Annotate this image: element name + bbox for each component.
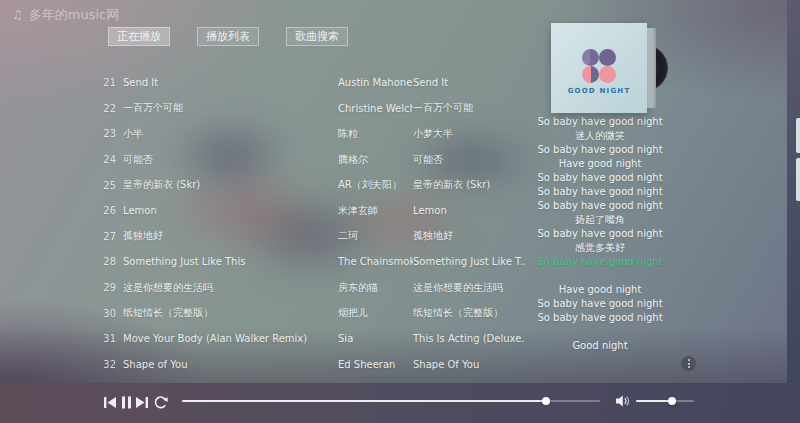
volume-fill [636,400,672,402]
track-title: 孤独地好 [123,229,338,243]
track-artist: 陈粒 [338,127,413,141]
previous-icon [104,396,116,409]
site-title: 多年的music网 [29,6,119,24]
track-album: 一百万个可能 [413,101,525,115]
nav-tabs: 正在播放播放列表歌曲搜索 [108,27,348,46]
lyric-line: So baby have good night [500,115,700,129]
lyric-line: 迷人的微笑 [500,129,700,143]
progress-handle[interactable] [542,397,550,405]
player-bar [0,383,800,423]
lyric-line: Have good night [500,283,700,297]
more-button[interactable] [681,356,696,371]
pause-button[interactable] [121,396,132,409]
track-title: Send It [123,77,338,88]
lyric-line: So baby have good night [500,171,700,185]
progress-slider[interactable] [182,400,600,402]
playlist-row[interactable]: 28 Something Just Like This The Chainsmo… [0,249,525,275]
track-artist: The Chainsmokers [338,256,413,267]
track-title: Shape of You [123,359,338,370]
repeat-button[interactable] [153,395,168,411]
track-title: 这是你想要的生活吗 [123,281,338,295]
nav-tab[interactable]: 播放列表 [197,27,259,46]
lyric-line: Good night [500,339,700,353]
lyric-line: 扬起了嘴角 [500,213,700,227]
previous-button[interactable] [104,396,116,409]
track-artist: Ed Sheeran [338,359,413,370]
track-artist: Austin Mahone [338,77,413,88]
track-artist: Sia [338,333,413,344]
playlist-row[interactable]: 25 皇帝的新衣 (Skr) AR（刘夫阳） 皇帝的新衣 (Skr) [0,172,525,198]
track-number: 28 [0,256,116,267]
next-button[interactable] [136,396,148,409]
volume-handle[interactable] [668,397,676,405]
track-number: 27 [0,231,116,242]
track-artist: 二珂 [338,229,413,243]
track-number: 25 [0,180,116,191]
playlist-row[interactable]: 30 纸短情长（完整版） 烟把儿 纸短情长（完整版） [0,300,525,326]
track-title: Something Just Like This [123,256,338,267]
playlist: 21 Send It Austin Mahone Send It 22 一百万个… [0,70,525,377]
track-number: 24 [0,154,116,165]
album-cover: GOOD NIGHT [551,23,647,113]
track-title: 皇帝的新衣 (Skr) [123,178,338,192]
track-title: 纸短情长（完整版） [123,306,338,320]
cover-title: GOOD NIGHT [551,87,647,95]
volume-icon [615,394,630,408]
track-number: 23 [0,128,116,139]
lyric-line: So baby have good night [500,227,700,241]
track-artist: 烟把儿 [338,306,413,320]
track-title: 可能否 [123,153,338,167]
nav-tab[interactable]: 正在播放 [108,27,170,46]
lyric-line [500,269,700,283]
repeat-icon [153,395,168,411]
next-icon [136,396,148,409]
lyric-line: So baby have good night [500,199,700,213]
side-dock-button-top[interactable] [796,118,800,153]
track-number: 29 [0,282,116,293]
lyric-line: Have good night [500,157,700,171]
site-logo[interactable]: ♫ 多年的music网 [12,6,119,24]
cover-circle-pink-purple [582,66,599,83]
playlist-row[interactable]: 31 Move Your Body (Alan Walker Remix) Si… [0,326,525,352]
playlist-row[interactable]: 26 Lemon 米津玄師 Lemon [0,198,525,224]
lyric-line [500,325,700,339]
playlist-row[interactable]: 29 这是你想要的生活吗 房东的猫 这是你想要的生活吗 [0,275,525,301]
cover-circle-pink [599,66,616,83]
album-sleeve-edge [647,28,656,108]
track-number: 26 [0,205,116,216]
track-title: 一百万个可能 [123,101,338,115]
track-artist: 腾格尔 [338,153,413,167]
cover-circle-purple [599,49,616,66]
playlist-row[interactable]: 24 可能否 腾格尔 可能否 [0,147,525,173]
side-dock-button-bottom[interactable] [796,158,800,201]
nav-tab[interactable]: 歌曲搜索 [286,27,348,46]
track-album: Shape Of You [413,359,525,370]
track-artist: AR（刘夫阳） [338,178,413,192]
lyric-line: So baby have good night [500,311,700,325]
volume-slider[interactable] [636,400,694,402]
lyric-line: So baby have good night [500,255,700,269]
playlist-row[interactable]: 21 Send It Austin Mahone Send It [0,70,525,96]
lyric-line: So baby have good night [500,185,700,199]
pause-icon [121,396,132,409]
playlist-row[interactable]: 27 孤独地好 二珂 孤独地好 [0,224,525,250]
playlist-row[interactable]: 22 一百万个可能 Christine Welch 一百万个可能 [0,96,525,122]
playlist-row[interactable]: 32 Shape of You Ed Sheeran Shape Of You [0,352,525,378]
cover-art-circles [582,49,616,83]
more-icon [688,359,690,361]
lyric-line: 感觉多美好 [500,241,700,255]
track-number: 21 [0,77,116,88]
track-number: 32 [0,359,116,370]
track-artist: 房东的猫 [338,281,413,295]
music-note-icon: ♫ [12,8,23,22]
track-title: Move Your Body (Alan Walker Remix) [123,333,338,344]
track-number: 30 [0,308,116,319]
track-title: Lemon [123,205,338,216]
progress-fill [182,400,546,402]
track-title: 小半 [123,127,338,141]
lyrics-panel: So baby have good night迷人的微笑So baby have… [500,115,700,353]
volume-button[interactable] [615,394,630,408]
playlist-row[interactable]: 23 小半 陈粒 小梦大半 [0,121,525,147]
track-artist: Christine Welch [338,103,413,114]
track-artist: 米津玄師 [338,204,413,218]
